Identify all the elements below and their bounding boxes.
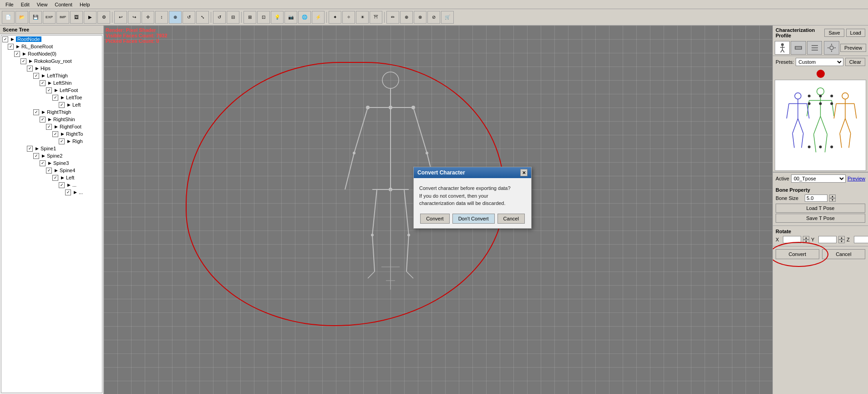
tb-transform[interactable]: ✛ (142, 11, 154, 24)
tb-save[interactable]: 💾 (29, 11, 42, 24)
tb-new[interactable]: 📄 (2, 11, 15, 24)
checkbox-d2[interactable]: ✓ (65, 189, 71, 195)
checkbox-rokoko[interactable]: ✓ (20, 58, 26, 64)
presets-select[interactable]: Custom Default Biped (796, 58, 843, 66)
tb-rotate[interactable]: ↺ (183, 11, 195, 24)
tree-item-rightthigh[interactable]: ✓ ▶ RightThigh (1, 108, 102, 116)
tree-item-left2[interactable]: ✓ ▶ Left (1, 174, 102, 181)
tree-item-spine1[interactable]: ✓ ▶ Spine1 (1, 145, 102, 152)
rotate-z-input[interactable] (854, 236, 868, 243)
dialog-dont-convert-button[interactable]: Don't Convert (452, 214, 495, 224)
checkbox-spine3[interactable]: ✓ (40, 160, 46, 166)
rotate-x-up[interactable]: ▲ (803, 236, 809, 240)
tb-render[interactable]: 🖼 (70, 11, 83, 24)
tb-move[interactable]: ↕ (155, 11, 168, 24)
menu-help[interactable]: Help (76, 1, 94, 8)
tree-item-spine2[interactable]: ✓ ▶ Spine2 (1, 152, 102, 159)
checkbox-hips[interactable]: ✓ (27, 66, 33, 72)
tb-grid[interactable]: ⊞ (244, 11, 256, 24)
tree-item-rightto[interactable]: ✓ ▶ RightTo (1, 130, 102, 138)
checkbox-rootnode[interactable]: ✓ (2, 36, 8, 42)
tree-item-leftthigh[interactable]: ✓ ▶ LeftThigh (1, 72, 102, 79)
tab-figure[interactable] (775, 41, 790, 55)
dialog-close-button[interactable]: ✕ (520, 169, 528, 176)
tab-pose[interactable] (791, 41, 806, 55)
tb-render3[interactable]: ⚙ (97, 11, 110, 24)
rotate-x-input[interactable] (783, 236, 801, 243)
rotate-x-down[interactable]: ▼ (803, 240, 809, 243)
tb-bone2[interactable]: ✧ (342, 11, 355, 24)
tb-redo[interactable]: ↪ (128, 11, 141, 24)
load-profile-button[interactable]: Load (846, 29, 865, 37)
rotate-y-input[interactable] (818, 236, 837, 243)
preview-link[interactable]: Preview (848, 176, 865, 181)
tb-import[interactable]: IMP (56, 11, 69, 24)
tree-item-rightfoot[interactable]: ✓ ▶ RightFoot (1, 123, 102, 130)
tree-item-rl-boneroot[interactable]: ✓ ▶ RL_BoneRoot (1, 43, 102, 50)
checkbox-left2[interactable]: ✓ (52, 175, 58, 181)
rotate-y-down[interactable]: ▼ (838, 240, 845, 243)
tree-item-hips[interactable]: ✓ ▶ Hips (1, 65, 102, 72)
tree-item-righ[interactable]: ✓ ▶ Righ (1, 138, 102, 145)
save-tpose-button[interactable]: Save T Pose (776, 214, 865, 223)
tb-paint[interactable]: ✏ (386, 11, 399, 24)
scene-tree[interactable]: ✓ ▶ RootNode ✓ ▶ RL_BoneRoot ✓ ▶ RootNod… (1, 35, 102, 393)
tab-list[interactable] (807, 41, 822, 55)
tb-shop[interactable]: 🛒 (441, 11, 454, 24)
menu-content[interactable]: Content (51, 1, 76, 8)
load-tpose-button[interactable]: Load T Pose (776, 204, 865, 213)
tb-reset[interactable]: ↺ (213, 11, 226, 24)
checkbox-spine4[interactable]: ✓ (46, 168, 52, 174)
checkbox-rn0[interactable]: ✓ (14, 51, 20, 57)
save-profile-button[interactable]: Save (824, 29, 844, 37)
tb-select[interactable]: ⊕ (169, 11, 182, 24)
checkbox-rtoe[interactable]: ✓ (52, 131, 58, 137)
checkbox-rf[interactable]: ✓ (46, 124, 52, 130)
presets-clear-button[interactable]: Clear (845, 58, 865, 66)
checkbox-left[interactable]: ✓ (59, 102, 65, 108)
checkbox-d1[interactable]: ✓ (59, 182, 65, 188)
tree-item-dots1[interactable]: ✓ ▶ ... (1, 181, 102, 189)
tb-scale[interactable]: ⤡ (196, 11, 209, 24)
tree-item-leftfoot[interactable]: ✓ ▶ LeftFoot (1, 87, 102, 94)
checkbox-lt[interactable]: ✓ (33, 73, 39, 79)
tb-export[interactable]: EXP (43, 11, 56, 24)
viewport[interactable]: Render: Pixel Shader Visible Faces Count… (104, 26, 772, 394)
tree-item-lelttoe[interactable]: ✓ ▶ LeltToe (1, 94, 102, 101)
tb-anim1[interactable]: ⚡ (312, 11, 325, 24)
checkbox-righ[interactable]: ✓ (59, 138, 65, 144)
tb-bone1[interactable]: ✦ (329, 11, 341, 24)
menu-edit[interactable]: Edit (17, 1, 33, 8)
bottom-convert-button[interactable]: Convert (776, 249, 819, 259)
tree-item-spine3[interactable]: ✓ ▶ Spine3 (1, 159, 102, 167)
tree-item-rokoko[interactable]: ✓ ▶ RokokoGuy_root (1, 57, 102, 65)
tab-settings[interactable] (824, 41, 839, 55)
tb-mirror[interactable]: ⊟ (227, 11, 239, 24)
checkbox-rl[interactable]: ✓ (8, 44, 14, 50)
menu-file[interactable]: File (2, 1, 17, 8)
tb-mesh1[interactable]: ⊕ (400, 11, 413, 24)
tb-env[interactable]: 🌐 (298, 11, 311, 24)
bottom-cancel-button[interactable]: Cancel (822, 249, 866, 259)
checkbox-rs[interactable]: ✓ (40, 117, 46, 123)
tb-undo[interactable]: ↩ (114, 11, 127, 24)
tb-cam2[interactable]: 📷 (284, 11, 297, 24)
tb-arch[interactable]: ⛩ (370, 11, 382, 24)
rotate-y-up[interactable]: ▲ (838, 236, 845, 240)
bone-size-down[interactable]: ▼ (829, 198, 836, 202)
checkbox-spine2[interactable]: ✓ (33, 153, 39, 159)
tb-cam1[interactable]: ⊡ (257, 11, 270, 24)
tb-render2[interactable]: ▶ (84, 11, 96, 24)
checkbox-ls[interactable]: ✓ (40, 80, 46, 86)
bone-size-up[interactable]: ▲ (829, 194, 836, 198)
tb-mesh2[interactable]: ⊗ (414, 11, 426, 24)
checkbox-ltoe[interactable]: ✓ (52, 95, 58, 101)
checkbox-spine1[interactable]: ✓ (27, 146, 33, 152)
menu-view[interactable]: View (33, 1, 51, 8)
tb-open[interactable]: 📂 (15, 11, 28, 24)
dialog-cancel-button[interactable]: Cancel (497, 214, 525, 224)
checkbox-rt[interactable]: ✓ (33, 109, 39, 115)
tree-item-rootnode[interactable]: ✓ ▶ RootNode (1, 36, 102, 43)
tree-item-spine4[interactable]: ✓ ▶ Spine4 (1, 167, 102, 174)
checkbox-lf[interactable]: ✓ (46, 87, 52, 93)
